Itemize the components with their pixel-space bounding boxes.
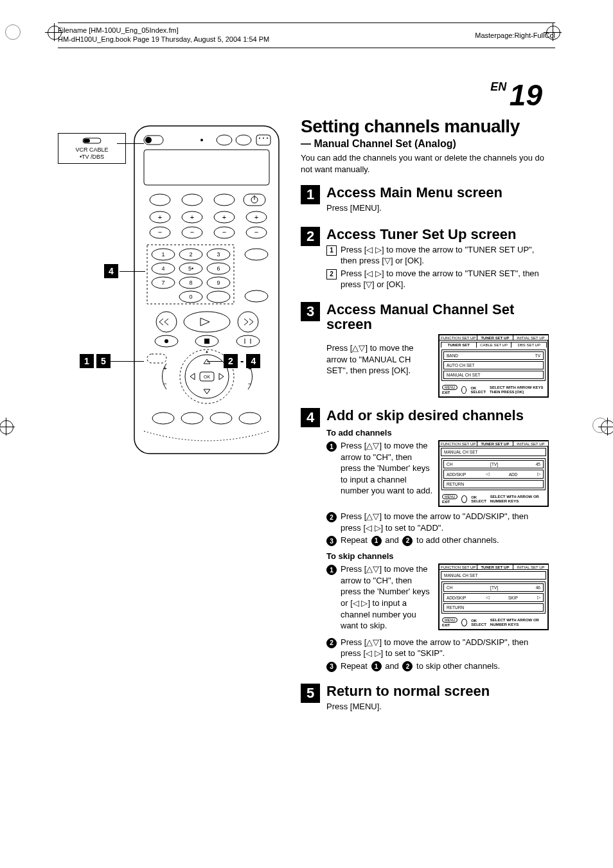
- substep-box-2: 2: [326, 269, 337, 279]
- step-2-sub2: Press [◁ ▷] to move the arrow to "TUNER …: [341, 268, 549, 290]
- add-circ-2: 2: [326, 512, 337, 522]
- svg-text:−: −: [222, 228, 226, 236]
- osd2-r2r2: ▷: [537, 472, 540, 477]
- svg-text:OK: OK: [204, 375, 210, 379]
- osd1-r3: MANUAL CH SET: [443, 371, 544, 379]
- osd1-menu: MENU: [442, 385, 458, 390]
- leader-line-4: [120, 271, 145, 272]
- osd1-exit: EXIT: [442, 391, 450, 394]
- osd1-sub-3: DBS SET UP: [511, 342, 547, 348]
- osd3-menu: MENU: [442, 617, 458, 623]
- crop-circle-mr: [592, 418, 608, 433]
- page-lang: EN: [490, 80, 506, 93]
- masterpage-label: Masterpage:Right-FullCol: [475, 31, 555, 39]
- step-3-heading: Access Manual Channel Set screen: [326, 302, 549, 332]
- step-4-heading: Add or skip desired channels: [326, 408, 549, 423]
- osd-add: FUNCTION SET UP TUNER SET UP INITIAL SET…: [438, 440, 549, 507]
- svg-text:+: +: [158, 213, 162, 221]
- skip-channels-label: To skip channels: [326, 551, 549, 561]
- step-4-add2: Press [△▽] to move the arrow to "ADD/SKI…: [341, 511, 549, 533]
- add-circ-3: 3: [326, 536, 337, 546]
- svg-text:+: +: [190, 213, 194, 221]
- step-4-add3: Repeat 1 and 2 to add other channels.: [341, 535, 499, 546]
- osd2-r1l: CH: [447, 462, 452, 466]
- slider-icon: [82, 136, 102, 145]
- crop-mark-ml: [0, 418, 15, 436]
- filename-label: Filename [HM-100U_Eng_05Index.fm]: [58, 26, 269, 35]
- osd2-t1: FUNCTION SET UP: [439, 441, 477, 447]
- section-subtitle: — Manual Channel Set (Analog): [301, 138, 549, 150]
- osd3-r2r2: ▷: [537, 595, 540, 600]
- svg-text:+: +: [163, 365, 167, 372]
- svg-text:6: 6: [217, 265, 220, 272]
- badge-5: 5: [96, 354, 111, 368]
- step-3: 3 Access Manual Channel Set screen Press…: [301, 302, 549, 398]
- osd3-r1l: CH: [447, 585, 452, 590]
- osd1-instr: SELECT WITH ARROW KEYS THEN PRESS [OK]: [490, 385, 545, 394]
- step-1: 1 Access Main Menu screen Press [MENU].: [301, 185, 549, 217]
- step-3-text: Press [△▽] to move the arrow to "MANUAL …: [326, 342, 433, 376]
- svg-text:−: −: [254, 228, 258, 236]
- step-num-4: 4: [301, 408, 320, 427]
- osd-skip: FUNCTION SET UP TUNER SET UP INITIAL SET…: [438, 563, 549, 630]
- osd3-t3: INITIAL SET UP: [513, 564, 549, 570]
- badge-2: 2: [224, 354, 238, 368]
- osd1-tab-2: TUNER SET UP: [477, 335, 513, 341]
- osd3-instr: SELECT WITH ARROW OR NUMBER KEYS: [490, 618, 545, 626]
- callout-line2: •TV /DBS: [62, 154, 121, 161]
- step-1-text: Press [MENU].: [326, 202, 549, 214]
- svg-text:+: +: [222, 213, 226, 221]
- svg-rect-65: [204, 339, 209, 344]
- step-2-sub1: Press [◁ ▷] to move the arrow to "TUNER …: [341, 244, 549, 267]
- svg-text:▲: ▲: [205, 350, 209, 353]
- step-4-skip3: Repeat 1 and 2 to skip other channels.: [341, 660, 500, 672]
- badge-4b: 4: [246, 354, 260, 368]
- step-num-5: 5: [301, 684, 320, 703]
- osd3-r1r: 46: [536, 585, 540, 590]
- section-title: Setting channels manually: [301, 116, 549, 137]
- page-number: EN 19: [0, 80, 542, 110]
- badge-1: 1: [80, 354, 94, 368]
- page-num: 19: [510, 78, 542, 112]
- skip-circ-2: 2: [326, 638, 337, 648]
- step-num-3: 3: [301, 302, 320, 321]
- osd2-r1m: [TV]: [490, 462, 498, 466]
- osd2-r2l: ADD/SKIP: [447, 472, 466, 477]
- osd3-r2r: SKIP: [508, 596, 518, 600]
- remote-svg: + + + + − − − − 1 2: [131, 123, 282, 457]
- svg-text:−: −: [163, 380, 167, 387]
- osd1-sub-1: TUNER SET: [441, 342, 477, 348]
- osd-tuner-set: FUNCTION SET UP TUNER SET UP INITIAL SET…: [438, 334, 549, 398]
- step-2: 2 Access Tuner Set Up screen 1 Press [◁ …: [301, 227, 549, 292]
- osd1-tab-1: FUNCTION SET UP: [439, 335, 477, 341]
- osd1-r1l: BAND: [447, 353, 458, 358]
- ok-icon: [461, 386, 466, 394]
- ok-icon: [461, 495, 467, 503]
- svg-point-11: [267, 137, 268, 139]
- osd2-r3: RETURN: [443, 480, 544, 488]
- step-5-text: Press [MENU].: [326, 701, 549, 713]
- osd1-r1r: TV: [535, 353, 540, 358]
- osd3-r2l: ADD/SKIP: [447, 596, 466, 600]
- osd3-select: SELECT: [471, 623, 486, 626]
- svg-text:4: 4: [161, 265, 164, 272]
- svg-rect-2: [134, 126, 279, 454]
- osd1-tab-3: INITIAL SET UP: [513, 335, 549, 341]
- ok-icon: [461, 619, 467, 626]
- step-num-2: 2: [301, 227, 320, 246]
- osd2-instr: SELECT WITH ARROW OR NUMBER KEYS: [490, 495, 545, 503]
- osd3-r1m: [TV]: [490, 585, 498, 590]
- osd2-exit: EXIT: [442, 500, 450, 504]
- step-4: 4 Add or skip desired channels To add ch…: [301, 408, 549, 673]
- callout-line1: VCR CABLE: [62, 146, 121, 154]
- crop-circle-tl: [5, 24, 21, 40]
- skip-circ-3: 3: [326, 662, 337, 672]
- osd3-r2m: ◁: [486, 595, 489, 600]
- osd2-select: SELECT: [471, 499, 486, 503]
- osd3-t1: FUNCTION SET UP: [439, 564, 477, 570]
- osd1-r2: AUTO CH SET: [443, 361, 544, 369]
- svg-rect-4: [145, 137, 152, 143]
- osd3-crumb: MANUAL CH SET: [441, 571, 546, 580]
- step-2-heading: Access Tuner Set Up screen: [326, 227, 549, 242]
- vcr-callout: VCR CABLE •TV /DBS: [58, 133, 126, 164]
